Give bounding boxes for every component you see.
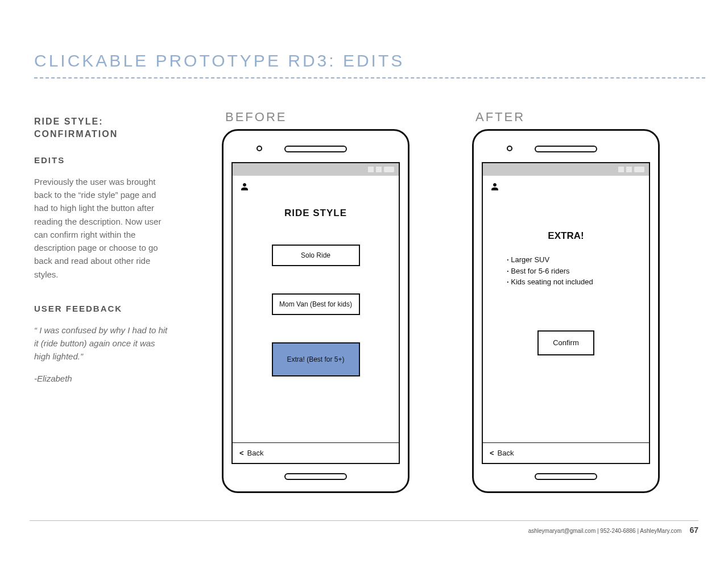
option-solo-ride-button[interactable]: Solo Ride xyxy=(272,245,360,266)
app-bar xyxy=(483,176,649,197)
before-label: BEFORE xyxy=(222,110,449,125)
wifi-icon xyxy=(626,167,632,172)
content-area: RIDE STYLE Solo Ride Mom Van (Best for k… xyxy=(233,197,399,442)
left-column: RIDE STYLE: CONFIRMATION EDITS Previousl… xyxy=(34,110,199,383)
wifi-icon xyxy=(376,167,382,172)
footer-contact: ashleymaryart@gmail.com | 952-240-6886 |… xyxy=(528,528,682,534)
page-title: CLICKABLE PROTOTYPE RD3: EDITS xyxy=(34,51,694,76)
camera-dot-icon xyxy=(257,146,262,151)
status-bar xyxy=(483,163,649,176)
feedback-label: USER FEEDBACK xyxy=(34,304,199,313)
edits-body: Previously the user was brought back to … xyxy=(34,175,171,281)
bullet-list: Larger SUV Best for 5-6 riders Kids seat… xyxy=(483,254,593,288)
page-number: 67 xyxy=(689,525,698,535)
user-icon xyxy=(490,181,500,192)
before-column: BEFORE RIDE STYLE Solo Ride xyxy=(222,110,449,493)
option-label: Solo Ride xyxy=(301,251,330,259)
after-column: AFTER EXTRA! Larger xyxy=(472,110,700,493)
screen-title: EXTRA! xyxy=(548,230,584,242)
page-footer: ashleymaryart@gmail.com | 952-240-6886 |… xyxy=(30,520,698,535)
after-label: AFTER xyxy=(472,110,700,125)
phone-frame-before: RIDE STYLE Solo Ride Mom Van (Best for k… xyxy=(222,129,410,493)
signal-icon xyxy=(618,167,624,172)
earpiece-icon xyxy=(284,146,347,152)
user-icon xyxy=(239,181,250,192)
feedback-quote: “ I was confused by why I had to hit it … xyxy=(34,324,171,363)
option-extra-button[interactable]: Extra! (Best for 5+) xyxy=(272,342,360,376)
confirm-button[interactable]: Confirm xyxy=(537,330,594,355)
app-bar xyxy=(233,176,399,197)
bullet-item: Kids seating not included xyxy=(507,276,593,288)
title-divider xyxy=(34,77,705,78)
screen-title: RIDE STYLE xyxy=(284,208,347,219)
phone-frame-after: EXTRA! Larger SUV Best for 5-6 riders Ki… xyxy=(472,129,660,493)
battery-icon xyxy=(384,167,394,172)
earpiece-icon xyxy=(535,146,597,152)
option-mom-van-button[interactable]: Mom Van (Best for kids) xyxy=(272,293,360,315)
feedback-attribution: -Elizabeth xyxy=(34,374,199,383)
phone-screen-after: EXTRA! Larger SUV Best for 5-6 riders Ki… xyxy=(482,162,650,464)
camera-dot-icon xyxy=(507,146,512,151)
back-button[interactable]: < Back xyxy=(233,442,399,463)
section-subtitle: RIDE STYLE: CONFIRMATION xyxy=(34,115,199,141)
back-label: Back xyxy=(498,449,514,457)
back-label: Back xyxy=(247,449,264,457)
home-pill-icon xyxy=(535,473,597,480)
option-label: Extra! (Best for 5+) xyxy=(287,355,344,363)
signal-icon xyxy=(368,167,374,172)
content-area: EXTRA! Larger SUV Best for 5-6 riders Ki… xyxy=(483,197,649,442)
status-bar xyxy=(233,163,399,176)
back-button[interactable]: < Back xyxy=(483,442,649,463)
option-label: Mom Van (Best for kids) xyxy=(279,300,352,308)
chevron-left-icon: < xyxy=(490,449,494,457)
battery-icon xyxy=(634,167,644,172)
home-pill-icon xyxy=(284,473,347,480)
edits-label: EDITS xyxy=(34,155,199,165)
bullet-item: Best for 5-6 riders xyxy=(507,266,593,277)
confirm-label: Confirm xyxy=(553,338,579,347)
phone-screen-before: RIDE STYLE Solo Ride Mom Van (Best for k… xyxy=(231,162,400,464)
bullet-item: Larger SUV xyxy=(507,254,593,266)
chevron-left-icon: < xyxy=(239,449,244,457)
